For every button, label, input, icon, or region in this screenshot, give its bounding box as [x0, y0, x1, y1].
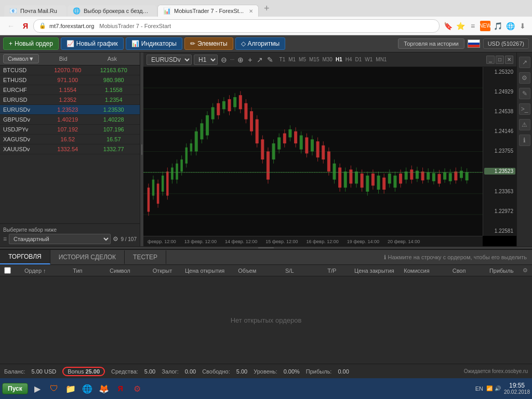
menu-icon[interactable]: ≡: [468, 21, 478, 31]
tab-history[interactable]: ИСТОРИЯ СДЕЛОК: [50, 250, 125, 264]
star-icon[interactable]: ⭐: [455, 21, 466, 31]
chart-properties[interactable]: ⚙: [519, 72, 530, 84]
alert-tool[interactable]: ⚠: [519, 119, 530, 130]
col-type[interactable]: Тип: [57, 268, 99, 274]
info-tool[interactable]: ℹ: [519, 135, 530, 146]
sys-tray-icons: 📶 🔊: [486, 385, 501, 391]
price-level: 1.22972: [484, 208, 515, 214]
tf-btn-mn1[interactable]: MN1: [375, 56, 388, 63]
tab-history-label: ИСТОРИЯ СДЕЛОК: [59, 254, 116, 261]
bonus-value: 25.00: [85, 368, 100, 375]
new-order-button[interactable]: + Новый ордер: [3, 37, 59, 50]
cursor-button[interactable]: ↗: [256, 56, 264, 64]
col-profit[interactable]: Прибыль: [480, 268, 523, 274]
bookmark-icon[interactable]: 🔖: [443, 21, 453, 31]
chart-maximize-button[interactable]: □: [496, 56, 504, 64]
symbol-name: EURUSDv: [3, 107, 45, 113]
clock-time: 19:55: [504, 382, 530, 389]
new-chart-button[interactable]: 📈 Новый график: [61, 37, 124, 50]
elements-button[interactable]: ✏ Элементы: [184, 37, 233, 50]
script-tool[interactable]: >_: [519, 103, 530, 115]
chart-tf-select[interactable]: H1: [194, 55, 218, 65]
set-gear-icon[interactable]: ⚙: [113, 235, 118, 243]
candlestick-chart: [143, 67, 483, 236]
col-open-price[interactable]: Цена открытия: [183, 268, 226, 274]
cursor-tool[interactable]: ↗: [519, 57, 530, 68]
symbol-row[interactable]: XAGUSDv 16.52 16.57: [0, 135, 140, 144]
symbol-row[interactable]: EURUSDv 1.23523 1.23530: [0, 105, 140, 115]
new-icon[interactable]: NEW: [480, 21, 490, 31]
tab-mt7[interactable]: 📊 MobiusTrader 7 - ForexSt... ✕: [157, 5, 259, 17]
chart-symbol-select[interactable]: EURUSDv: [147, 55, 192, 65]
taskbar-browser2[interactable]: 🦊: [97, 381, 111, 396]
symbol-button[interactable]: Символ▼: [3, 54, 39, 63]
taskbar-app[interactable]: ⚙: [130, 381, 144, 396]
tf-btn-d1[interactable]: D1: [354, 56, 363, 63]
tf-btn-m5[interactable]: M5: [298, 56, 307, 63]
taskbar-chrome[interactable]: 🌐: [80, 381, 95, 396]
zoom-in-button[interactable]: ⊕: [236, 56, 245, 64]
url-bar[interactable]: 🔒 mt7.forexstart.org MobiusTrader 7 - Fo…: [33, 19, 440, 33]
tf-btn-h1[interactable]: H1: [335, 56, 343, 63]
tf-btn-m15[interactable]: M15: [308, 56, 320, 63]
symbol-row[interactable]: GBPUSDv 1.40219 1.40228: [0, 115, 140, 125]
col-close-price[interactable]: Цена закрытия: [353, 268, 396, 274]
tf-btn-w1[interactable]: W1: [364, 56, 374, 63]
symbol-row[interactable]: XAUUSDv 1332.54 1332.77: [0, 144, 140, 154]
symbol-row[interactable]: ETHUSD 971.100 980.980: [0, 75, 140, 85]
chart-window-controls: _ □ ✕: [486, 56, 513, 64]
zoom-out-button[interactable]: ⊖: [220, 56, 228, 64]
tab-info-text: ℹ Нажмите на строчку с ордером, чтобы ег…: [379, 252, 532, 263]
chart-minimize-button[interactable]: _: [486, 56, 495, 64]
tab-tester[interactable]: ТЕСТЕР: [125, 250, 166, 264]
chart-close-button[interactable]: ✕: [505, 56, 513, 64]
col-commission[interactable]: Комиссия: [395, 268, 438, 274]
profit-value: 0.00: [338, 368, 349, 375]
col-opened[interactable]: Открыт: [141, 268, 184, 274]
taskbar-yandex[interactable]: Я: [113, 381, 128, 396]
symbol-name: ETHUSD: [3, 77, 45, 83]
symbol-row[interactable]: USDJPYv 107.192 107.196: [0, 125, 140, 135]
symbol-row[interactable]: EURCHF 1.1554 1.1558: [0, 85, 140, 95]
tf-btn-m30[interactable]: M30: [321, 56, 333, 63]
taskbar-antivirus[interactable]: 🛡: [47, 381, 61, 396]
close-tab-icon[interactable]: ✕: [249, 8, 253, 14]
start-button[interactable]: Пуск: [2, 383, 28, 394]
mt7-tab-label: MobiusTrader 7 - ForexSt...: [174, 8, 244, 14]
taskbar-files[interactable]: 📁: [63, 381, 78, 396]
ext-icon1[interactable]: 🎵: [493, 21, 503, 31]
tf-btn-m1[interactable]: M1: [287, 56, 297, 63]
tab-broker[interactable]: 🌐 Выбор брокера с бездепоз...: [68, 5, 156, 17]
tf-btn-t1[interactable]: T1: [278, 56, 287, 63]
col-symbol[interactable]: Символ: [99, 268, 141, 274]
free-value: 5.00: [236, 368, 247, 375]
back-button[interactable]: ←: [4, 21, 18, 31]
tab-trading[interactable]: ТОРГОВЛЯ: [0, 250, 50, 264]
indicators-icon: 📊: [131, 40, 139, 47]
set-hamburger-icon: ≡: [3, 235, 7, 243]
price-level: 1.25320: [484, 69, 515, 75]
ext-icon2[interactable]: 🌐: [505, 21, 515, 31]
select-all-checkbox[interactable]: [4, 267, 11, 274]
symbol-row[interactable]: EURUSD 1.2352 1.2354: [0, 95, 140, 105]
tf-btn-h4[interactable]: H4: [344, 56, 353, 63]
symbol-row[interactable]: BTCUSD 12070.780 12163.670: [0, 65, 140, 75]
col-sl[interactable]: S/L: [268, 268, 311, 274]
col-tp[interactable]: T/P: [311, 268, 353, 274]
tab-mail[interactable]: 📧 Почта Mail.Ru: [4, 5, 66, 17]
new-tab-button[interactable]: +: [262, 3, 272, 14]
crosshair-button[interactable]: +: [247, 56, 253, 64]
pen-button[interactable]: ✎: [266, 56, 274, 64]
elements-icon: ✏: [190, 40, 195, 47]
col-volume[interactable]: Объем: [226, 268, 269, 274]
col-order[interactable]: Ордер ↑: [14, 268, 57, 274]
algorithms-button[interactable]: ◇ Алгоритмы: [235, 37, 286, 50]
orders-gear-icon[interactable]: ⚙: [523, 267, 528, 274]
set-select[interactable]: Стандартный: [9, 234, 111, 244]
taskbar-media-player[interactable]: ▶: [30, 381, 45, 396]
ext-icon3[interactable]: ⬇: [517, 21, 528, 31]
col-swap[interactable]: Своп: [438, 268, 481, 274]
draw-tool[interactable]: ✎: [519, 88, 530, 99]
indicators-button[interactable]: 📊 Индикаторы: [126, 37, 182, 50]
trade-history-button[interactable]: Торговля на истории: [398, 38, 464, 49]
